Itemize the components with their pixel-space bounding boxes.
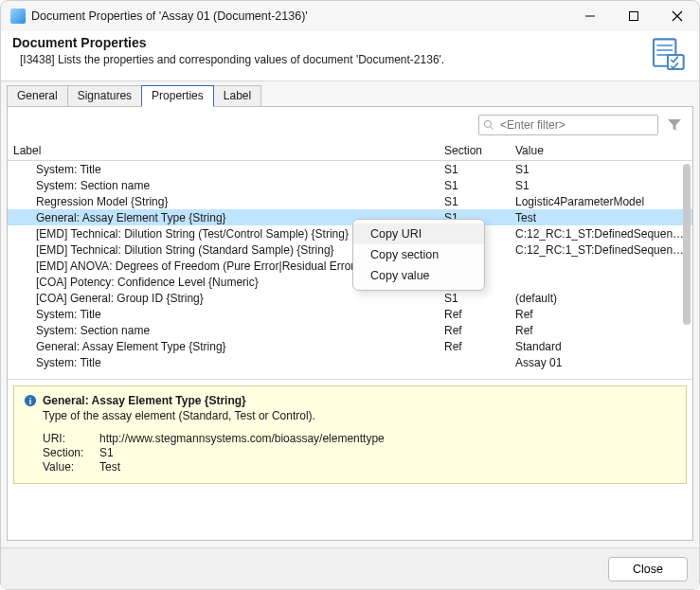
table-row[interactable]: System: TitleRefRef — [8, 306, 692, 322]
properties-table: Label Section Value System: TitleS1S1Sys… — [8, 141, 692, 370]
filter-box[interactable] — [478, 115, 658, 135]
info-section-label: Section: — [43, 446, 99, 459]
tab-general[interactable]: General — [7, 85, 68, 107]
menu-copy-uri[interactable]: Copy URI — [353, 223, 484, 244]
info-icon: i — [24, 394, 37, 407]
info-value-value: Test — [99, 460, 676, 474]
cell-value — [510, 274, 692, 290]
window-title: Document Properties of 'Assay 01 (Docume… — [31, 9, 568, 23]
table-scrollbar[interactable] — [682, 164, 691, 379]
close-button[interactable]: Close — [608, 557, 688, 581]
cell-label: System: Section name — [8, 322, 439, 338]
tab-strip: General Signatures Properties Label — [1, 81, 699, 107]
table-row[interactable]: [COA] Potency: Confidence Level {Numeric… — [8, 274, 692, 290]
info-uri-value: http://www.stegmannsystems.com/bioassay/… — [99, 432, 676, 445]
cell-section: Ref — [439, 306, 510, 322]
info-uri-label: URI: — [43, 432, 99, 445]
info-section-value: S1 — [99, 446, 676, 459]
column-header-label[interactable]: Label — [8, 141, 439, 161]
tab-panel: Label Section Value System: TitleS1S1Sys… — [7, 106, 693, 541]
cell-label: System: Section name — [8, 177, 439, 193]
scrollbar-thumb[interactable] — [683, 164, 691, 325]
table-row[interactable]: [EMD] Technical: Dilution String (Standa… — [8, 241, 692, 258]
cell-value: S1 — [510, 177, 692, 193]
table-row[interactable]: System: Section nameRefRef — [8, 322, 692, 338]
cell-value: Assay 01 — [510, 354, 692, 370]
context-menu: Copy URI Copy section Copy value — [352, 219, 485, 291]
cell-value: Ref — [510, 306, 692, 322]
cell-label: System: Title — [8, 161, 439, 178]
app-icon — [10, 9, 26, 24]
cell-label: System: Title — [8, 306, 439, 322]
info-description: Type of the assay element (Standard, Tes… — [43, 409, 676, 422]
cell-section — [439, 354, 510, 370]
close-window-button[interactable] — [655, 1, 699, 31]
tab-label[interactable]: Label — [213, 85, 261, 107]
dialog-footer: Close — [1, 547, 699, 589]
cell-value: (default) — [510, 290, 692, 306]
cell-section: Ref — [439, 338, 510, 354]
cell-value: C:12_RC:1_ST:DefinedSequence_D... — [510, 241, 692, 258]
search-icon — [483, 119, 494, 131]
filter-row — [8, 107, 692, 141]
cell-section: Ref — [439, 322, 510, 338]
cell-value: Test — [510, 209, 692, 225]
table-row[interactable]: General: Assay Element Type {String}S1Te… — [8, 209, 692, 225]
menu-copy-section[interactable]: Copy section — [353, 244, 484, 265]
column-header-value[interactable]: Value — [510, 141, 692, 161]
cell-section: S1 — [439, 290, 510, 306]
table-row[interactable]: [EMD] Technical: Dilution String (Test/C… — [8, 225, 692, 241]
titlebar: Document Properties of 'Assay 01 (Docume… — [1, 1, 699, 31]
cell-value: S1 — [510, 161, 692, 178]
cell-value: Logistic4ParameterModel — [510, 193, 692, 209]
cell-value: Ref — [510, 322, 692, 338]
filter-input[interactable] — [498, 117, 654, 133]
cell-section: S1 — [439, 193, 510, 209]
filter-funnel-button[interactable] — [666, 116, 683, 134]
page-description: [I3438] Lists the properties and corresp… — [12, 53, 648, 66]
table-row[interactable]: [COA] General: Group ID {String}S1(defau… — [8, 290, 692, 306]
cell-value — [510, 258, 692, 274]
table-row[interactable]: System: TitleAssay 01 — [8, 354, 692, 370]
cell-label: [COA] General: Group ID {String} — [8, 290, 439, 306]
cell-value: Standard — [510, 338, 692, 354]
cell-label: Regression Model {String} — [8, 193, 439, 209]
svg-text:i: i — [29, 396, 32, 406]
svg-point-3 — [485, 121, 492, 128]
cell-section: S1 — [439, 177, 510, 193]
svg-rect-0 — [630, 12, 638, 21]
table-row[interactable]: [EMD] ANOVA: Degrees of Freedom (Pure Er… — [8, 258, 692, 274]
minimize-button[interactable] — [568, 1, 612, 31]
minimize-icon — [585, 11, 595, 21]
menu-copy-value[interactable]: Copy value — [353, 265, 484, 286]
page-title: Document Properties — [12, 35, 648, 50]
table-row[interactable]: System: Section nameS1S1 — [8, 177, 692, 193]
properties-icon — [648, 35, 688, 75]
column-header-section[interactable]: Section — [439, 141, 510, 161]
svg-rect-2 — [668, 55, 684, 69]
info-panel: i General: Assay Element Type {String} T… — [13, 385, 687, 484]
close-icon — [672, 10, 683, 22]
tab-properties[interactable]: Properties — [141, 85, 214, 107]
tab-signatures[interactable]: Signatures — [67, 85, 142, 107]
header-strip: Document Properties [I3438] Lists the pr… — [1, 31, 699, 81]
cell-label: General: Assay Element Type {String} — [8, 338, 439, 354]
cell-label: System: Title — [8, 354, 439, 370]
cell-value: C:12_RC:1_ST:DefinedSequence_D... — [510, 225, 692, 241]
properties-table-wrap: Label Section Value System: TitleS1S1Sys… — [8, 141, 692, 380]
table-row[interactable]: Regression Model {String}S1Logistic4Para… — [8, 193, 692, 209]
cell-section: S1 — [439, 161, 510, 178]
window-frame: Document Properties of 'Assay 01 (Docume… — [0, 0, 700, 590]
info-value-label: Value: — [43, 460, 99, 474]
table-row[interactable]: System: TitleS1S1 — [8, 161, 692, 178]
funnel-icon — [667, 117, 682, 133]
maximize-icon — [629, 11, 638, 21]
table-row[interactable]: General: Assay Element Type {String}RefS… — [8, 338, 692, 354]
maximize-button[interactable] — [612, 1, 655, 31]
info-title: General: Assay Element Type {String} — [43, 394, 246, 407]
